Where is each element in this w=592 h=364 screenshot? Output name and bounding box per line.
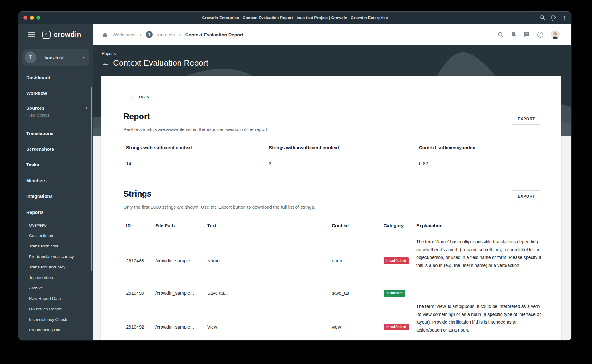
- cell-text: View: [207, 324, 332, 329]
- strings-table: ID File Path Text Context Category Expla…: [123, 216, 541, 340]
- cell-explanation: The term 'View' is ambiguous. It could b…: [416, 300, 541, 334]
- extensions-icon[interactable]: [551, 15, 557, 21]
- page-title: Context Evaluation Report: [113, 58, 208, 68]
- overflow-menu-icon[interactable]: ⋮: [562, 15, 567, 20]
- breadcrumb-project[interactable]: taus-test: [157, 32, 175, 37]
- category-badge: insufficient: [384, 257, 409, 264]
- user-avatar[interactable]: [551, 30, 560, 39]
- sidebar: crowdin T taus-test ▾ Dashboard Workflow…: [18, 24, 93, 340]
- sidebar-item-pre-translation-accuracy[interactable]: Pre-translation accuracy: [18, 251, 93, 262]
- search-icon[interactable]: [498, 32, 504, 38]
- back-arrow-icon: ←: [130, 94, 135, 100]
- report-stats-table: Strings with sufficient context Strings …: [123, 138, 541, 170]
- sidebar-item-cost-estimate[interactable]: Cost estimate: [18, 230, 93, 241]
- cell-text: Save as...: [207, 290, 332, 296]
- cell-id: 2610492: [126, 324, 155, 329]
- sidebar-item-tasks[interactable]: Tasks: [18, 157, 93, 173]
- stat-insufficient-count: 3: [269, 161, 419, 166]
- sidebar-item-raw-report-data[interactable]: Raw Report Data: [18, 293, 93, 304]
- cell-file-path: /crowdin_sample...: [155, 324, 207, 329]
- window-title: Crowdin Enterprise - Context Evaluation …: [18, 15, 571, 20]
- zoom-window-button[interactable]: [36, 16, 40, 20]
- table-row: 2610490 /crowdin_sample... Save as... sa…: [123, 286, 541, 300]
- sidebar-item-sources[interactable]: Sources › Files, Strings: [18, 101, 93, 125]
- breadcrumb-project-avatar: T: [146, 31, 153, 38]
- chat-icon[interactable]: [524, 31, 530, 38]
- stats-header-insufficient: Strings with insufficient context: [269, 145, 419, 150]
- breadcrumb: Workspace › T taus-test › Context Evalua…: [102, 31, 243, 38]
- main-area: Workspace › T taus-test › Context Evalua…: [93, 24, 571, 340]
- category-badge: sufficient: [384, 290, 405, 297]
- breadcrumb-current: Context Evaluation Report: [185, 32, 243, 37]
- cell-context: save_as: [332, 290, 384, 296]
- chevron-down-icon: ▾: [83, 55, 85, 60]
- stats-value-row: 14 3 0.82: [123, 157, 541, 170]
- sidebar-item-screenshots[interactable]: Screenshots: [18, 141, 93, 157]
- stats-header-row: Strings with sufficient context Strings …: [123, 138, 541, 157]
- sidebar-item-integrations[interactable]: Integrations: [18, 188, 93, 204]
- cell-id: 2610488: [126, 258, 155, 263]
- report-section-subtitle: Per-file statistics are available within…: [123, 127, 268, 132]
- sidebar-item-inconsistency-check[interactable]: Inconsistency Check: [18, 314, 93, 325]
- sidebar-item-workflow[interactable]: Workflow: [18, 85, 93, 101]
- close-window-button[interactable]: [23, 16, 27, 20]
- cell-id: 2610490: [126, 290, 155, 296]
- sidebar-item-dashboard[interactable]: Dashboard: [18, 70, 93, 85]
- strings-section-title: Strings: [123, 189, 152, 199]
- cell-file-path: /crowdin_sample...: [155, 290, 207, 296]
- home-icon[interactable]: [102, 32, 108, 38]
- back-arrow-icon[interactable]: ←: [102, 59, 109, 67]
- table-row: 2610488 /crowdin_sample... Name name ins…: [123, 235, 541, 286]
- browser-window: Crowdin Enterprise - Context Evaluation …: [18, 11, 571, 340]
- report-export-button[interactable]: EXPORT: [512, 113, 541, 125]
- sidebar-scrollbar[interactable]: [91, 87, 92, 271]
- back-button[interactable]: ← BACK: [125, 92, 154, 102]
- cell-file-path: /crowdin_sample...: [155, 258, 207, 263]
- project-selector[interactable]: T taus-test ▾: [22, 49, 89, 66]
- sidebar-item-overview[interactable]: Overview: [18, 220, 93, 230]
- strings-section-subtitle: Only the first 1000 strings are shown. U…: [123, 204, 315, 210]
- sidebar-item-archive[interactable]: Archive: [18, 283, 93, 293]
- chevron-right-icon: ›: [140, 31, 142, 38]
- search-icon[interactable]: [540, 15, 545, 20]
- sidebar-item-proofreading-diff[interactable]: Proofreading Diff: [18, 325, 93, 335]
- window-controls: [23, 16, 40, 20]
- strings-export-button[interactable]: EXPORT: [512, 190, 541, 202]
- sidebar-nav: Dashboard Workflow Sources › Files, Stri…: [18, 70, 93, 335]
- bell-icon[interactable]: [511, 31, 516, 38]
- report-card: ← BACK Report EXPORT Per-file statistics…: [101, 76, 561, 340]
- stat-sufficient-count: 14: [126, 161, 269, 166]
- crowdin-logo[interactable]: crowdin: [42, 31, 81, 39]
- stats-header-sufficient: Strings with sufficient context: [126, 145, 269, 150]
- category-badge: insufficient: [384, 324, 409, 330]
- cell-context: name: [332, 258, 384, 263]
- sources-subtitle: Files, Strings: [26, 113, 87, 117]
- help-icon[interactable]: [537, 31, 544, 38]
- stats-header-index: Context sufficiency index: [419, 145, 541, 150]
- crowdin-logo-icon: [42, 31, 51, 39]
- breadcrumb-bar: Workspace › T taus-test › Context Evalua…: [93, 24, 571, 45]
- hamburger-menu-icon[interactable]: [28, 32, 35, 37]
- chevron-right-icon: ›: [179, 31, 181, 38]
- titlebar: Crowdin Enterprise - Context Evaluation …: [18, 11, 571, 24]
- sidebar-item-translation-cost[interactable]: Translation cost: [18, 241, 93, 251]
- breadcrumb-workspace[interactable]: Workspace: [113, 32, 136, 37]
- table-row: 2610492 /crowdin_sample... View view ins…: [123, 300, 541, 340]
- sidebar-item-members[interactable]: Members: [18, 173, 93, 188]
- chevron-right-icon: ›: [85, 105, 87, 111]
- strings-header-row: ID File Path Text Context Category Expla…: [123, 216, 541, 235]
- minimize-window-button[interactable]: [30, 16, 34, 20]
- cell-explanation: The term 'Name' has multiple possible tr…: [416, 235, 541, 269]
- sidebar-item-qa-issues-report[interactable]: QA Issues Report: [18, 304, 93, 314]
- sidebar-item-reports[interactable]: Reports: [18, 204, 93, 220]
- hero-eyebrow: Reports: [102, 51, 116, 56]
- cell-text: Name: [207, 258, 332, 263]
- sidebar-item-translator-accuracy[interactable]: Translator accuracy: [18, 262, 93, 272]
- crowdin-logo-text: crowdin: [54, 31, 81, 39]
- cell-explanation: [416, 286, 541, 289]
- project-avatar: T: [25, 51, 36, 63]
- sidebar-item-top-members[interactable]: Top members: [18, 272, 93, 283]
- stat-sufficiency-index: 0.82: [419, 161, 541, 166]
- report-section-title: Report: [123, 112, 150, 121]
- sidebar-item-translations[interactable]: Translations: [18, 125, 93, 141]
